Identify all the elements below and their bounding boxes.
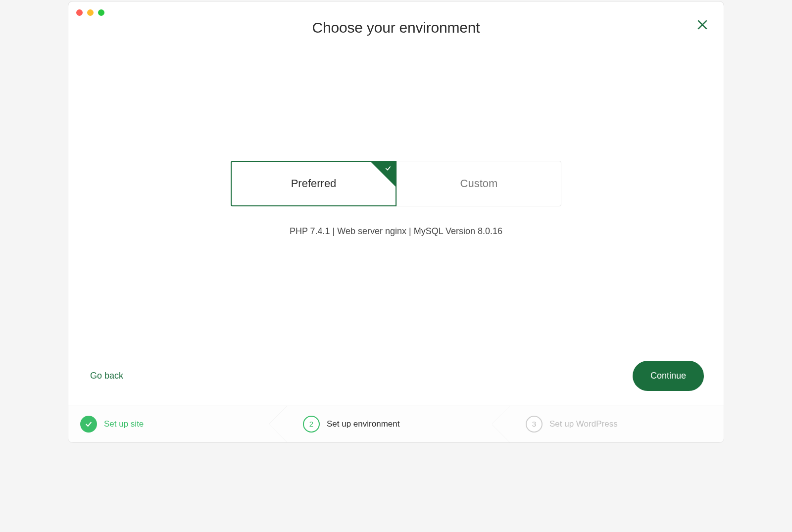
page-title: Choose your environment	[68, 19, 724, 36]
window-maximize-button[interactable]	[98, 9, 104, 16]
app-window: Choose your environment Preferred Custom…	[68, 1, 724, 443]
progress-stepper: Set up site 2 Set up environment 3 Set u…	[68, 405, 724, 442]
environment-summary-text: PHP 7.4.1 | Web server nginx | MySQL Ver…	[290, 226, 502, 237]
selected-corner-triangle	[371, 162, 396, 187]
step-label: Set up site	[104, 419, 144, 429]
step-label: Set up environment	[327, 419, 399, 429]
environment-option-preferred[interactable]: Preferred	[231, 161, 396, 206]
close-icon[interactable]	[696, 18, 709, 31]
environment-option-group: Preferred Custom	[231, 161, 561, 206]
footer-actions: Go back Continue	[68, 361, 724, 405]
check-icon	[80, 416, 97, 433]
page-header: Choose your environment	[68, 1, 724, 36]
step-number: 2	[303, 416, 320, 433]
step-set-up-wordpress[interactable]: 3 Set up WordPress	[501, 405, 724, 442]
step-number: 3	[526, 416, 543, 433]
continue-button[interactable]: Continue	[633, 361, 704, 391]
step-set-up-environment[interactable]: 2 Set up environment	[278, 405, 501, 442]
main-content: Preferred Custom PHP 7.4.1 | Web server …	[68, 36, 724, 361]
window-minimize-button[interactable]	[87, 9, 94, 16]
step-label: Set up WordPress	[549, 419, 618, 429]
option-label: Custom	[460, 177, 498, 190]
option-label: Preferred	[291, 177, 337, 190]
step-set-up-site[interactable]: Set up site	[68, 405, 278, 442]
window-controls	[76, 9, 104, 16]
environment-option-custom[interactable]: Custom	[396, 161, 561, 206]
window-close-button[interactable]	[76, 9, 83, 16]
check-icon	[385, 165, 392, 173]
go-back-button[interactable]: Go back	[90, 371, 123, 381]
